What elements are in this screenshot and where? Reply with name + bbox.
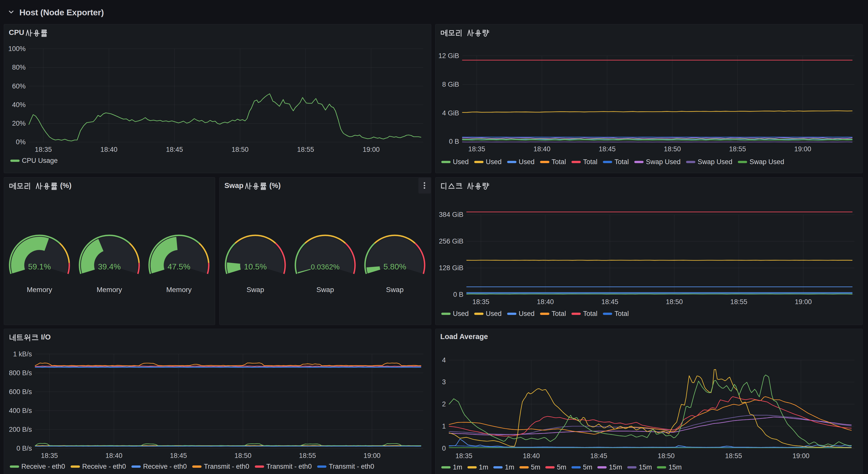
svg-text:128 GiB: 128 GiB (439, 264, 463, 272)
svg-text:(%): (%) (269, 182, 281, 190)
svg-text:Swap: Swap (247, 286, 264, 293)
svg-text:100%: 100% (8, 45, 26, 53)
svg-text:Swap: Swap (224, 182, 244, 190)
svg-text:0 B: 0 B (453, 291, 463, 298)
svg-text:Host (Node Exporter): Host (Node Exporter) (19, 7, 104, 17)
svg-text:18:40: 18:40 (523, 452, 540, 460)
svg-text:3: 3 (442, 378, 446, 386)
svg-text:18:55: 18:55 (297, 146, 314, 153)
svg-text:18:50: 18:50 (664, 145, 681, 153)
svg-text:0 B/s: 0 B/s (16, 445, 32, 452)
svg-text:800 B/s: 800 B/s (9, 369, 32, 377)
svg-text:Swap: Swap (316, 286, 334, 293)
svg-text:19:00: 19:00 (363, 146, 380, 153)
svg-text:Swap: Swap (386, 286, 404, 293)
svg-text:60%: 60% (12, 83, 26, 90)
svg-text:Memory: Memory (96, 286, 122, 293)
svg-text:384 GiB: 384 GiB (439, 211, 463, 218)
svg-text:8 GiB: 8 GiB (442, 81, 459, 88)
svg-text:0 B: 0 B (449, 138, 459, 145)
svg-text:18:45: 18:45 (599, 145, 616, 153)
svg-text:400 B/s: 400 B/s (9, 407, 32, 414)
svg-text:5.80%: 5.80% (383, 262, 406, 271)
svg-text:18:50: 18:50 (658, 452, 675, 460)
svg-text:18:45: 18:45 (166, 146, 183, 153)
svg-text:18:35: 18:35 (35, 146, 52, 153)
svg-text:39.4%: 39.4% (98, 262, 121, 271)
svg-text:18:45: 18:45 (170, 452, 187, 460)
svg-text:80%: 80% (12, 64, 26, 71)
svg-text:18:45: 18:45 (590, 452, 608, 460)
svg-text:18:55: 18:55 (730, 298, 747, 306)
svg-text:I/O: I/O (41, 333, 51, 341)
svg-text:2: 2 (442, 400, 446, 408)
svg-text:1: 1 (442, 422, 446, 430)
svg-text:Load Average: Load Average (440, 333, 488, 341)
svg-text:0.0362%: 0.0362% (311, 263, 340, 271)
svg-text:18:50: 18:50 (235, 452, 252, 460)
svg-text:CPU: CPU (9, 28, 24, 36)
svg-text:10.5%: 10.5% (244, 262, 267, 271)
svg-text:18:50: 18:50 (666, 298, 683, 306)
svg-text:40%: 40% (12, 101, 26, 108)
svg-text:200 B/s: 200 B/s (9, 426, 32, 433)
svg-text:256 GiB: 256 GiB (439, 238, 463, 245)
svg-text:18:40: 18:40 (105, 452, 123, 460)
svg-text:12 GiB: 12 GiB (438, 52, 459, 60)
svg-text:18:40: 18:40 (100, 146, 118, 153)
svg-text:18:55: 18:55 (725, 452, 742, 460)
svg-text:Memory: Memory (27, 286, 52, 293)
svg-text:18:55: 18:55 (729, 145, 746, 153)
svg-text:20%: 20% (12, 120, 26, 127)
svg-text:4: 4 (442, 356, 446, 364)
svg-text:Memory: Memory (166, 286, 191, 293)
svg-text:19:00: 19:00 (795, 298, 812, 306)
svg-text:0%: 0% (16, 138, 26, 146)
svg-text:18:35: 18:35 (472, 298, 490, 306)
svg-text:4 GiB: 4 GiB (442, 109, 459, 117)
svg-text:(%): (%) (60, 182, 71, 190)
svg-text:59.1%: 59.1% (28, 262, 51, 271)
svg-text:19:00: 19:00 (364, 452, 381, 460)
svg-text:18:50: 18:50 (231, 146, 249, 153)
svg-text:18:55: 18:55 (299, 452, 316, 460)
svg-text:19:00: 19:00 (793, 452, 809, 460)
svg-text:18:35: 18:35 (455, 452, 472, 460)
svg-text:600 B/s: 600 B/s (9, 388, 32, 396)
svg-text:18:35: 18:35 (468, 145, 485, 153)
svg-text:47.5%: 47.5% (167, 262, 190, 271)
svg-text:0: 0 (442, 445, 446, 452)
svg-text:18:40: 18:40 (537, 298, 554, 306)
svg-text:18:40: 18:40 (533, 145, 551, 153)
svg-text:1 kB/s: 1 kB/s (13, 350, 32, 358)
svg-text:18:35: 18:35 (41, 452, 58, 460)
svg-text:19:00: 19:00 (794, 145, 811, 153)
svg-text:18:45: 18:45 (601, 298, 618, 306)
